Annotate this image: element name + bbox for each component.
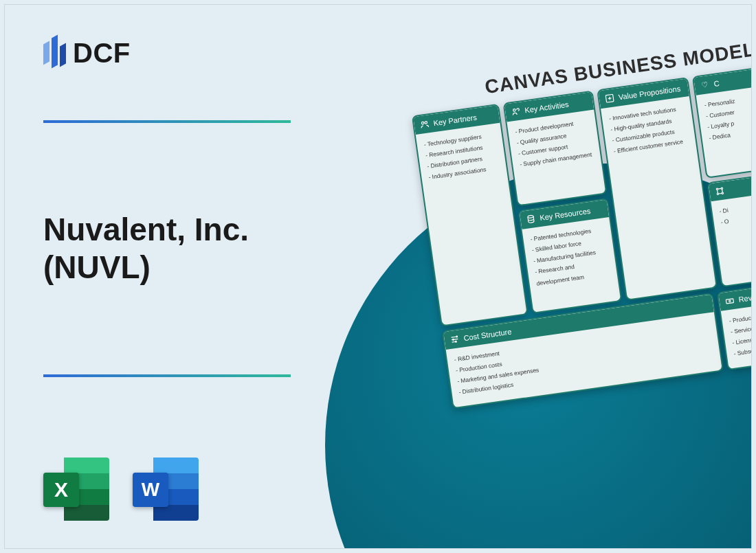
svg-point-3 — [528, 215, 534, 218]
resources-icon — [526, 214, 537, 225]
svg-point-2 — [513, 109, 515, 111]
relationships-icon: ♡ — [700, 80, 711, 91]
svg-rect-12 — [726, 299, 733, 304]
file-icons: X W — [43, 458, 199, 521]
logo-text: DCF — [73, 38, 131, 69]
cost-icon — [449, 334, 460, 345]
card-label: Revenue S — [738, 290, 752, 303]
svg-point-5 — [716, 188, 718, 190]
svg-point-7 — [717, 193, 719, 195]
svg-point-8 — [722, 192, 724, 194]
divider-bottom — [43, 374, 291, 377]
svg-point-9 — [456, 336, 458, 337]
excel-icon: X — [43, 458, 109, 521]
svg-point-13 — [729, 300, 731, 302]
card-customer-relationships: ♡ C Personaliz Customer Loyalty p Dedica — [692, 65, 752, 179]
card-key-activities: Key Activities Product development Quali… — [503, 91, 608, 207]
word-letter: W — [133, 473, 168, 507]
card-label: Key Partners — [433, 113, 478, 127]
divider-top — [43, 120, 291, 123]
svg-point-11 — [455, 341, 456, 342]
revenue-icon — [724, 295, 735, 306]
card-label: Key Resources — [539, 207, 591, 222]
word-icon: W — [133, 458, 199, 521]
value-icon — [604, 93, 615, 104]
svg-point-1 — [425, 121, 427, 124]
title-line2: (NUVL) — [43, 249, 249, 286]
card-key-resources: Key Resources Patented technologies Skil… — [518, 198, 623, 314]
logo-bars-icon — [43, 34, 66, 72]
logo: DCF — [43, 34, 131, 72]
canvas-preview: CANVAS BUSINESS MODEL Key Partners Techn… — [408, 28, 752, 409]
svg-point-10 — [452, 339, 454, 340]
partners-icon — [419, 119, 430, 130]
svg-point-0 — [421, 122, 424, 124]
card-label: Cost Structure — [463, 327, 512, 342]
svg-point-6 — [721, 188, 723, 190]
excel-letter: X — [43, 473, 79, 507]
card-label: C — [713, 79, 720, 88]
channels-icon — [715, 185, 726, 196]
title-line1: Nuvalent, Inc. — [43, 211, 249, 249]
page-title: Nuvalent, Inc. (NUVL) — [43, 211, 249, 286]
card-label: Key Activities — [524, 100, 570, 115]
activities-icon — [511, 106, 522, 117]
